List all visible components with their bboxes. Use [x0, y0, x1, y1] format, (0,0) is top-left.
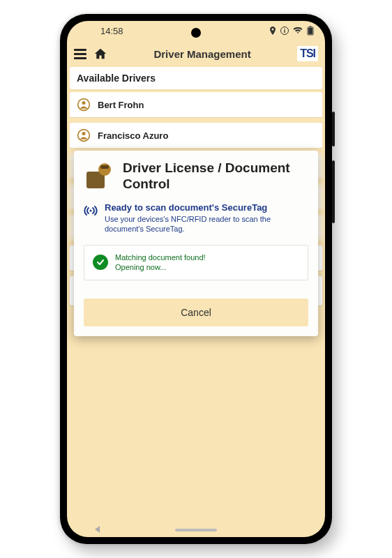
section-header: Available Drivers — [70, 67, 322, 89]
cancel-button[interactable]: Cancel — [84, 299, 308, 326]
driver-row[interactable]: Francisco Azuro — [70, 123, 322, 148]
app-header: Driver Management TSI — [67, 40, 325, 67]
status-line-2: Opening now... — [115, 262, 206, 272]
dialog-title: Driver License / Document Control — [123, 160, 308, 193]
driver-name: Francisco Azuro — [98, 130, 168, 141]
svg-rect-23 — [100, 165, 109, 169]
svg-point-7 — [82, 101, 86, 105]
menu-icon[interactable] — [74, 49, 86, 59]
nav-gesture-bar[interactable] — [175, 529, 217, 531]
scan-title: Ready to scan document's SecureTag — [105, 202, 308, 213]
wifi-icon — [293, 27, 303, 34]
screen: 14:58 Driver Management TSI Available Dr… — [67, 21, 325, 537]
check-icon — [93, 255, 108, 270]
svg-rect-5 — [308, 28, 312, 34]
driver-icon — [77, 128, 91, 142]
phone-frame: 14:58 Driver Management TSI Available Dr… — [60, 14, 332, 544]
svg-point-1 — [284, 29, 285, 30]
driver-name: Bert Frohn — [98, 100, 144, 110]
scan-dialog: Driver License / Document Control Ready … — [74, 151, 318, 336]
info-icon — [280, 27, 289, 35]
location-icon — [269, 27, 276, 35]
power-button[interactable] — [332, 112, 335, 146]
volume-button[interactable] — [332, 160, 335, 223]
dialog-header: Driver License / Document Control — [84, 160, 308, 193]
svg-point-24 — [90, 209, 92, 211]
home-icon[interactable] — [93, 47, 107, 60]
battery-icon — [307, 26, 314, 36]
status-time: 14:58 — [100, 26, 123, 36]
content-area: Available Drivers Bert Frohn Francisco A… — [67, 67, 325, 537]
driver-row[interactable]: Bert Frohn — [70, 92, 322, 117]
driver-icon — [77, 98, 91, 112]
dialog-scan-section: Ready to scan document's SecureTag Use y… — [84, 202, 308, 234]
dialog-status: Matching document found! Opening now... — [84, 245, 308, 280]
logo: TSI — [297, 46, 318, 61]
status-text: Matching document found! Opening now... — [115, 252, 206, 273]
logo-text: TSI — [300, 47, 315, 59]
status-line-1: Matching document found! — [115, 252, 206, 262]
nfc-icon — [84, 204, 98, 218]
svg-point-22 — [98, 163, 111, 176]
svg-point-9 — [82, 132, 86, 135]
document-control-icon — [84, 160, 114, 191]
page-title: Driver Management — [153, 48, 250, 60]
nav-back-icon[interactable] — [95, 526, 100, 533]
scan-subtitle: Use your devices's NFC/RFID reader to sc… — [105, 214, 308, 234]
camera-hole — [191, 28, 201, 38]
svg-rect-4 — [310, 27, 312, 28]
status-icons — [269, 26, 314, 36]
svg-rect-2 — [284, 30, 285, 33]
